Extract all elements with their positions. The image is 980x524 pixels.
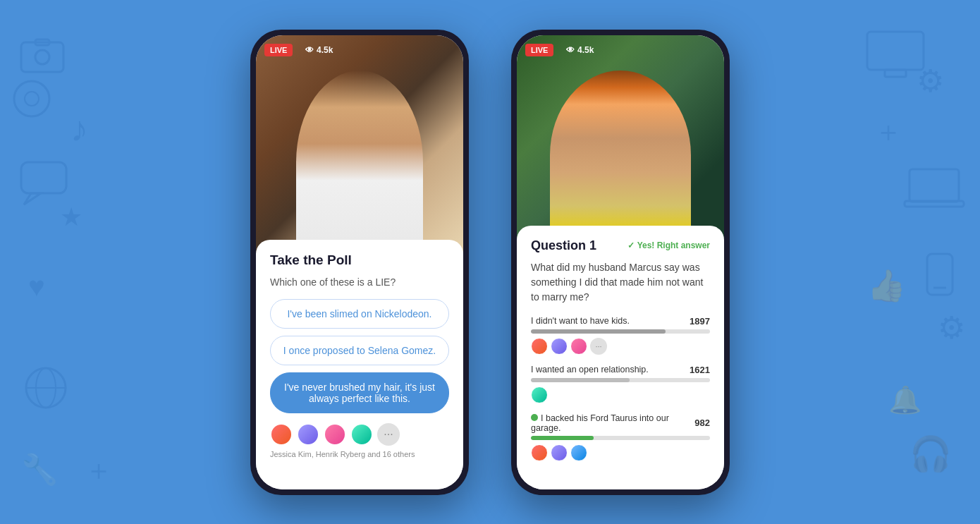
- svg-rect-20: [885, 70, 906, 77]
- svg-text:＋: ＋: [85, 454, 113, 485]
- eye-icon: 👁: [305, 45, 314, 55]
- phones-container: LIVE 👁 4.5k Take the Poll Which one of t…: [250, 30, 730, 495]
- bar-fill-1: [531, 329, 666, 334]
- svg-text:♥: ♥: [28, 271, 45, 302]
- svg-point-21: [14, 81, 49, 116]
- svg-rect-13: [905, 201, 964, 207]
- svg-text:＋: ＋: [874, 116, 902, 147]
- answer-count-3: 982: [694, 418, 710, 428]
- checkmark-icon: ✓: [627, 240, 635, 250]
- quiz-header: Question 1 ✓ Yes! Right answer: [531, 238, 710, 253]
- phone-1: LIVE 👁 4.5k Take the Poll Which one of t…: [250, 30, 469, 495]
- avatar-2: [297, 423, 319, 446]
- svg-text:🔧: 🔧: [21, 452, 59, 487]
- svg-point-1: [35, 50, 49, 64]
- participants-text: Jessica Kim, Henrik Ryberg and 16 others: [270, 450, 449, 458]
- bar-track-3: [531, 436, 710, 440]
- answer-avatars-2: [531, 386, 710, 403]
- svg-text:🎧: 🎧: [909, 434, 952, 474]
- correct-dot: [531, 414, 538, 421]
- question-number: Question 1: [531, 238, 596, 253]
- correct-badge: ✓ Yes! Right answer: [627, 240, 710, 250]
- answer-item-3: I backed his Ford Taurus into our garage…: [531, 413, 710, 461]
- svg-text:⚙: ⚙: [917, 63, 944, 98]
- svg-point-22: [25, 92, 39, 106]
- svg-rect-12: [909, 169, 959, 202]
- answer-count-1: 1897: [690, 316, 710, 327]
- poll-option-1[interactable]: I've been slimed on Nickelodeon.: [270, 299, 449, 329]
- answer-avatars-3: [531, 444, 710, 461]
- sm-avatar-4: [531, 386, 548, 403]
- phone1-avatars-row: ···: [270, 423, 449, 446]
- svg-text:★: ★: [60, 202, 82, 231]
- eye-icon-2: 👁: [566, 45, 575, 55]
- phone2-viewers: 👁 4.5k: [566, 45, 594, 55]
- svg-rect-0: [21, 42, 63, 72]
- sm-avatar-5: [531, 444, 548, 461]
- answer-text-1: I didn't want to have kids.: [531, 316, 630, 326]
- poll-question: Which one of these is a LIE?: [270, 276, 449, 288]
- avatar-more: ···: [377, 423, 400, 446]
- bar-track-2: [531, 378, 710, 382]
- sm-avatar-3: [570, 338, 587, 355]
- phone-2: LIVE 👁 4.5k Question 1 ✓ Yes! Right answ…: [511, 30, 730, 495]
- poll-option-3[interactable]: I've never brushed my hair, it's just al…: [270, 372, 449, 413]
- phone1-content: Take the Poll Which one of these is a LI…: [256, 240, 463, 489]
- svg-rect-25: [21, 162, 66, 193]
- phone1-live-badge: LIVE: [264, 44, 293, 56]
- phone2-video-area: LIVE 👁 4.5k: [517, 35, 724, 240]
- poll-option-2[interactable]: I once proposed to Selena Gomez.: [270, 336, 449, 365]
- sm-avatar-7: [570, 444, 587, 461]
- sm-avatar-2: [551, 338, 568, 355]
- sm-avatar-6: [551, 444, 568, 461]
- avatar-1: [270, 423, 293, 446]
- answer-count-2: 1621: [690, 365, 710, 375]
- bar-track-1: [531, 329, 710, 334]
- bar-fill-2: [531, 378, 630, 382]
- svg-text:♪: ♪: [71, 109, 88, 149]
- avatar-3: [324, 423, 346, 446]
- answer-item-1: I didn't want to have kids. 1897 ···: [531, 316, 710, 355]
- svg-text:🔔: 🔔: [888, 384, 922, 416]
- sm-avatar-more-1: ···: [590, 338, 607, 355]
- phone2-live-badge: LIVE: [525, 44, 553, 56]
- quiz-question-text: What did my husband Marcus say was somet…: [531, 260, 710, 305]
- svg-text:👍: 👍: [867, 267, 906, 304]
- bar-fill-3: [531, 436, 594, 440]
- svg-marker-26: [24, 193, 41, 205]
- answer-text-2: I wanted an open relationship.: [531, 365, 649, 374]
- svg-text:⚙: ⚙: [938, 310, 965, 345]
- answer-avatars-1: ···: [531, 338, 710, 355]
- answer-item-2: I wanted an open relationship. 1621: [531, 365, 710, 403]
- phone1-video-area: LIVE 👁 4.5k: [256, 35, 463, 254]
- sm-avatar-1: [531, 338, 548, 355]
- answer-text-3: I backed his Ford Taurus into our garage…: [531, 413, 694, 433]
- phone1-viewers: 👁 4.5k: [305, 45, 333, 55]
- poll-title: Take the Poll: [270, 252, 449, 268]
- phone2-content: Question 1 ✓ Yes! Right answer What did …: [517, 226, 724, 489]
- avatar-4: [350, 423, 373, 446]
- svg-rect-19: [867, 32, 924, 70]
